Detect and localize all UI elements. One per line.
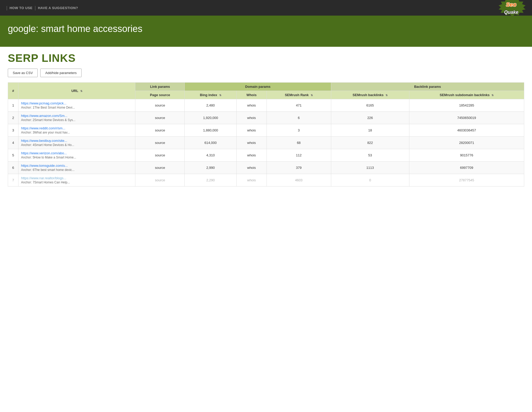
cell-page-source: source	[135, 149, 185, 162]
cell-whois: whois	[236, 137, 267, 149]
sub-semrush-subdomain-header[interactable]: SEMrush subdomain backlinks ⇅	[409, 91, 524, 99]
cell-url: https://www.reddit.com/r/sm... Anchor: 3…	[18, 124, 135, 137]
group-link-header: Link params	[135, 83, 185, 91]
table-row: 6 https://www.tomsguide.com/u... Anchor:…	[8, 162, 524, 174]
cell-anchor: Anchor: 6The best smart home devic...	[21, 168, 132, 172]
cell-semrush-subdomain: 4603036457	[409, 124, 524, 137]
cell-semrush-rank: 112	[267, 149, 331, 162]
cell-bing-index: 2,480	[185, 99, 236, 112]
cell-page-source: source	[135, 162, 185, 174]
logo-area: Seo Quake	[496, 0, 527, 18]
cell-page-source: source	[135, 99, 185, 112]
cell-whois: whois	[236, 174, 267, 187]
have-suggestion-link[interactable]: HAVE A SUGGESTION?	[38, 6, 78, 10]
cell-num: 1	[8, 99, 18, 112]
sub-bing-index-header[interactable]: Bing index ⇅	[185, 91, 236, 99]
logo-burst: Seo Quake	[497, 0, 526, 18]
cell-url: https://www.bestbuy.com/site... Anchor: …	[18, 137, 135, 149]
cell-whois: whois	[236, 112, 267, 124]
cell-semrush-backlinks: 53	[331, 149, 409, 162]
cell-bing-index: 614,000	[185, 137, 236, 149]
table-row: 7 https://www.nar.realtor/blogs... Ancho…	[8, 174, 524, 187]
header-area: google: smart home accessories	[0, 16, 532, 47]
url-link[interactable]: https://www.pcmag.com/pick...	[21, 101, 132, 105]
cell-semrush-backlinks: 6165	[331, 99, 409, 112]
cell-whois: whois	[236, 162, 267, 174]
cell-semrush-backlinks: 0	[331, 174, 409, 187]
serp-table: # URL ⇅ Link params Domain params Backli…	[8, 82, 524, 187]
cell-anchor: Anchor: 7Smart Homes Can Help...	[21, 181, 132, 184]
cell-whois: whois	[236, 99, 267, 112]
cell-anchor: Anchor: 4Smart Home Devices & Ho...	[21, 143, 132, 147]
table-row: 1 https://www.pcmag.com/pick... Anchor: …	[8, 99, 524, 112]
cell-semrush-backlinks: 18	[331, 124, 409, 137]
table-row: 4 https://www.bestbuy.com/site... Anchor…	[8, 137, 524, 149]
sub-semrush-backlinks-header[interactable]: SEMrush backlinks ⇅	[331, 91, 409, 99]
add-hide-button[interactable]: Add/hide parameters	[40, 69, 82, 77]
toolbar: Save as CSV Add/hide parameters	[8, 69, 524, 77]
table-row: 5 https://www.verizon.com/abo... Anchor:…	[8, 149, 524, 162]
main-content: SERP LINKS Save as CSV Add/hide paramete…	[0, 47, 532, 192]
cell-bing-index: 4,310	[185, 149, 236, 162]
cell-num: 6	[8, 162, 18, 174]
col-num-header: #	[8, 83, 18, 99]
sub-semrush-rank-header[interactable]: SEMrush Rank ⇅	[267, 91, 331, 99]
url-link[interactable]: https://www.verizon.com/abo...	[21, 151, 132, 155]
cell-semrush-subdomain: 27877545	[409, 174, 524, 187]
semrush-rank-sort-icon[interactable]: ⇅	[311, 94, 313, 97]
cell-semrush-subdomain: 7450650019	[409, 112, 524, 124]
cell-whois: whois	[236, 124, 267, 137]
cell-semrush-rank: 471	[267, 99, 331, 112]
cell-bing-index: 2,990	[185, 162, 236, 174]
cell-page-source: source	[135, 174, 185, 187]
cell-num: 2	[8, 112, 18, 124]
sub-whois-header: Whois	[236, 91, 267, 99]
top-nav: | HOW TO USE | HAVE A SUGGESTION? Seo Qu…	[0, 0, 532, 16]
cell-semrush-backlinks: 822	[331, 137, 409, 149]
cell-anchor: Anchor: 1The Best Smart Home Devi...	[21, 106, 132, 109]
cell-num: 5	[8, 149, 18, 162]
save-csv-button[interactable]: Save as CSV	[8, 69, 38, 77]
search-title: google: smart home accessories	[8, 23, 524, 34]
url-link[interactable]: https://www.bestbuy.com/site...	[21, 139, 132, 143]
cell-url: https://www.pcmag.com/pick... Anchor: 1T…	[18, 99, 135, 112]
cell-bing-index: 1,880,000	[185, 124, 236, 137]
cell-page-source: source	[135, 112, 185, 124]
cell-page-source: source	[135, 124, 185, 137]
cell-num: 7	[8, 174, 18, 187]
url-sort-icon[interactable]: ⇅	[80, 90, 82, 92]
cell-url: https://www.verizon.com/abo... Anchor: 5…	[18, 149, 135, 162]
table-row: 3 https://www.reddit.com/r/sm... Anchor:…	[8, 124, 524, 137]
cell-semrush-rank: 68	[267, 137, 331, 149]
semrush-backlinks-sort-icon[interactable]: ⇅	[385, 94, 388, 97]
semrush-subdomain-sort-icon[interactable]: ⇅	[491, 94, 494, 97]
table-row: 2 https://www.amazon.com/Sm... Anchor: 2…	[8, 112, 524, 124]
sub-page-source-header: Page source	[135, 91, 185, 99]
url-link[interactable]: https://www.nar.realtor/blogs...	[21, 176, 132, 180]
cell-semrush-subdomain: 18542285	[409, 99, 524, 112]
cell-semrush-rank: 379	[267, 162, 331, 174]
cell-url: https://www.nar.realtor/blogs... Anchor:…	[18, 174, 135, 187]
seoquake-logo: Seo Quake	[496, 0, 527, 18]
cell-url: https://www.amazon.com/Sm... Anchor: 2Sm…	[18, 112, 135, 124]
page-heading: SERP LINKS	[8, 52, 524, 64]
how-to-use-link[interactable]: HOW TO USE	[10, 6, 33, 10]
cell-bing-index: 2,290	[185, 174, 236, 187]
url-link[interactable]: https://www.amazon.com/Sm...	[21, 114, 132, 118]
group-domain-header: Domain params	[185, 83, 331, 91]
cell-semrush-subdomain: 9015776	[409, 149, 524, 162]
group-backlink-header: Backlink params	[331, 83, 524, 91]
url-link[interactable]: https://www.reddit.com/r/sm...	[21, 126, 132, 130]
cell-url: https://www.tomsguide.com/u... Anchor: 6…	[18, 162, 135, 174]
bing-index-sort-icon[interactable]: ⇅	[219, 94, 221, 97]
cell-page-source: source	[135, 137, 185, 149]
nav-divider-1: |	[6, 5, 8, 11]
cell-anchor: Anchor: 3What are your must hav...	[21, 131, 132, 134]
cell-whois: whois	[236, 149, 267, 162]
cell-semrush-rank: 6	[267, 112, 331, 124]
col-url-header[interactable]: URL ⇅	[18, 83, 135, 99]
cell-bing-index: 1,920,000	[185, 112, 236, 124]
logo-quake-text: Quake	[504, 10, 518, 15]
url-link[interactable]: https://www.tomsguide.com/u...	[21, 164, 132, 168]
cell-anchor: Anchor: 2Smart Home Devices & Sys...	[21, 118, 132, 122]
